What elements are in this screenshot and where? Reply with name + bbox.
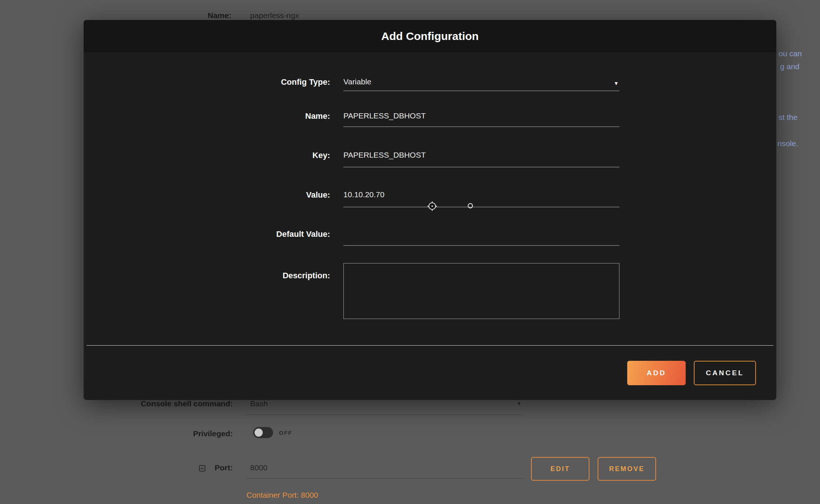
value-label: Value: bbox=[84, 189, 330, 201]
description-textarea[interactable] bbox=[343, 263, 619, 319]
port-label: Port: bbox=[0, 463, 233, 472]
privileged-state-label: OFF bbox=[279, 430, 292, 436]
name-value: PAPERLESS_DBHOST bbox=[343, 111, 426, 120]
cancel-button[interactable]: CANCEL bbox=[694, 361, 756, 385]
config-type-value: Variable bbox=[343, 77, 372, 86]
console-shell-command-select[interactable]: Bash bbox=[250, 399, 268, 408]
bg-name-value: paperless-ngx bbox=[250, 11, 299, 20]
config-type-label: Config Type: bbox=[84, 77, 330, 88]
key-input[interactable]: PAPERLESS_DBHOST bbox=[343, 149, 619, 167]
config-type-select[interactable]: Variable ▼ bbox=[343, 76, 619, 91]
clipped-help-text: g and bbox=[780, 62, 800, 71]
port-underline bbox=[246, 478, 523, 478]
name-input[interactable]: PAPERLESS_DBHOST bbox=[343, 110, 619, 127]
console-shell-command-label: Console shell command: bbox=[0, 399, 233, 408]
key-label: Key: bbox=[84, 150, 330, 161]
modal-title: Add Configuration bbox=[381, 30, 478, 43]
chevron-down-icon: ▼ bbox=[517, 400, 522, 406]
console-shell-underline bbox=[246, 414, 523, 415]
value-input[interactable]: 10.10.20.70 bbox=[343, 189, 619, 207]
key-value: PAPERLESS_DBHOST bbox=[343, 151, 426, 159]
chevron-down-icon: ▼ bbox=[614, 78, 619, 89]
add-button[interactable]: ADD bbox=[627, 361, 686, 385]
default-value-label: Default Value: bbox=[84, 229, 330, 240]
clipped-help-text: st the bbox=[779, 113, 797, 122]
port-input[interactable]: 8000 bbox=[250, 463, 268, 472]
privileged-toggle[interactable] bbox=[253, 427, 273, 438]
bg-name-label: Name: bbox=[208, 11, 231, 20]
modal-header: Add Configuration bbox=[84, 20, 776, 52]
description-label: Description: bbox=[84, 270, 330, 281]
name-label: Name: bbox=[84, 111, 330, 122]
default-value-input[interactable] bbox=[343, 228, 619, 246]
mouse-crosshair-cursor bbox=[427, 201, 437, 211]
clipped-help-text: nsole. bbox=[777, 139, 798, 148]
selection-handle-dot bbox=[468, 203, 473, 208]
container-port-note: Container Port: 8000 bbox=[246, 491, 318, 500]
footer-divider bbox=[87, 345, 773, 346]
toggle-knob bbox=[255, 429, 263, 437]
edit-button[interactable]: EDIT bbox=[531, 457, 589, 481]
clipped-help-text: ou can bbox=[779, 49, 802, 58]
privileged-label: Privileged: bbox=[0, 429, 233, 438]
value-value: 10.10.20.70 bbox=[343, 190, 384, 199]
remove-button[interactable]: REMOVE bbox=[598, 457, 656, 481]
